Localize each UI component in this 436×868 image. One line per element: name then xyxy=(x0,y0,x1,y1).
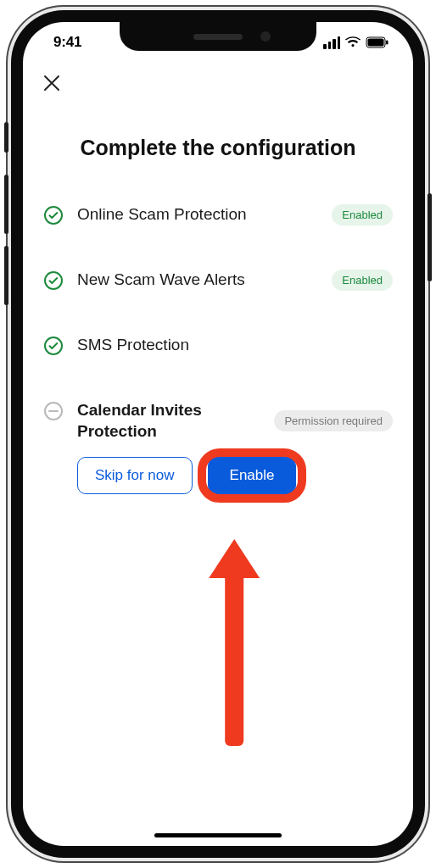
svg-rect-2 xyxy=(386,41,388,45)
close-icon xyxy=(42,74,61,96)
check-circle-icon xyxy=(43,270,64,291)
status-badge-enabled: Enabled xyxy=(332,204,393,225)
cellular-signal-icon xyxy=(323,36,340,49)
feature-label: SMS Protection xyxy=(77,335,393,356)
phone-frame: 9:41 xyxy=(6,5,430,863)
action-row: Skip for now Enable xyxy=(77,457,393,494)
enable-button-label: Enable xyxy=(230,467,275,484)
skip-button[interactable]: Skip for now xyxy=(77,457,193,494)
check-circle-icon xyxy=(43,205,64,225)
feature-calendar-invites-protection: Calendar Invites Protection Permission r… xyxy=(43,400,393,494)
feature-online-scam-protection: Online Scam Protection Enabled xyxy=(43,204,393,225)
feature-sms-protection: SMS Protection xyxy=(43,335,393,356)
power-button xyxy=(428,193,432,281)
close-button[interactable] xyxy=(40,73,64,97)
feature-new-scam-wave-alerts: New Scam Wave Alerts Enabled xyxy=(43,270,393,291)
home-indicator xyxy=(154,833,282,837)
speaker-grille xyxy=(193,34,243,40)
mute-switch xyxy=(4,122,8,153)
feature-label: New Scam Wave Alerts xyxy=(77,270,318,291)
front-camera xyxy=(260,31,271,42)
battery-icon xyxy=(366,36,389,48)
screen: 9:41 xyxy=(23,22,413,846)
status-time: 9:41 xyxy=(53,34,81,51)
volume-up-button xyxy=(4,175,8,234)
enable-button[interactable]: Enable xyxy=(208,457,297,494)
status-badge-enabled: Enabled xyxy=(332,270,393,291)
check-circle-icon xyxy=(43,336,64,356)
notch xyxy=(120,22,316,51)
feature-label: Online Scam Protection xyxy=(77,204,318,225)
volume-down-button xyxy=(4,246,8,305)
svg-rect-1 xyxy=(368,39,384,47)
minus-circle-icon xyxy=(43,401,64,421)
wifi-icon xyxy=(345,36,361,48)
feature-list: Online Scam Protection Enabled New Scam … xyxy=(43,204,393,494)
feature-label: Calendar Invites Protection xyxy=(77,400,260,442)
skip-button-label: Skip for now xyxy=(95,467,175,484)
status-badge-permission-required: Permission required xyxy=(274,410,393,431)
page-title: Complete the configuration xyxy=(43,136,393,160)
